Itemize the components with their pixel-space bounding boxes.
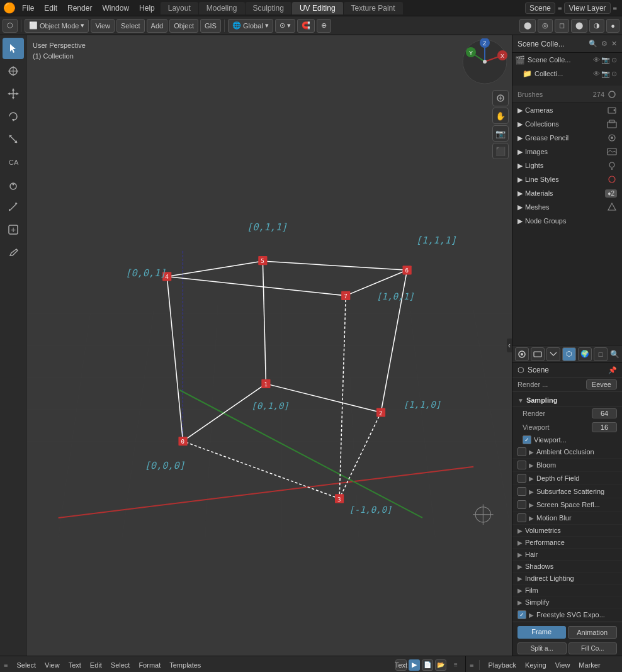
- text-run-btn[interactable]: ▶: [409, 659, 420, 671]
- shading-render-btn[interactable]: ●: [606, 19, 619, 33]
- shadows-section[interactable]: ▶ Shadows: [512, 561, 622, 573]
- outliner-collections[interactable]: ▶ Collections: [512, 117, 622, 131]
- pin-icon[interactable]: 📌: [608, 366, 617, 374]
- timeline-marker-menu[interactable]: Marker: [576, 660, 602, 670]
- motion-blur-checkbox[interactable]: [517, 513, 526, 522]
- render-samples-value[interactable]: 64: [592, 408, 617, 418]
- viewport-samples-value[interactable]: 16: [592, 422, 617, 432]
- screen-space-reflections-section[interactable]: ▶ Screen Space Refl...: [512, 498, 622, 512]
- props-tab-object[interactable]: □: [594, 347, 608, 361]
- timeline-view-menu[interactable]: View: [553, 660, 573, 670]
- props-tab-output[interactable]: [531, 347, 545, 361]
- freestyle-svg-section[interactable]: ✓ ▶ Freestyle SVG Expo...: [512, 608, 622, 622]
- depth-of-field-section[interactable]: ▶ Depth of Field: [512, 472, 622, 485]
- blender-logo-icon[interactable]: 🟠: [3, 1, 16, 15]
- overlay-btn[interactable]: ⬤: [519, 19, 536, 33]
- tool-rotate[interactable]: [3, 106, 24, 127]
- tool-move[interactable]: [3, 83, 24, 104]
- shading-solid-btn[interactable]: ⬤: [571, 19, 587, 33]
- props-tab-world[interactable]: 🌍: [578, 347, 592, 361]
- tool-transform[interactable]: CAD: [3, 151, 24, 172]
- tool-scale[interactable]: [3, 128, 24, 150]
- frame-tab[interactable]: Frame: [517, 626, 566, 639]
- outliner-collection[interactable]: 📁 Collecti... 👁📷⊙: [512, 67, 622, 81]
- sampling-section[interactable]: ▼ Sampling: [512, 395, 622, 406]
- render-engine-selector[interactable]: Eevee: [586, 379, 617, 389]
- text-open-btn[interactable]: 📂: [435, 659, 446, 671]
- outliner-images[interactable]: ▶ Images: [512, 145, 622, 159]
- outliner-materials[interactable]: ▶ Materials ♦2: [512, 186, 622, 200]
- transform-selector[interactable]: 🌐 Global ▾: [228, 19, 273, 33]
- mode-selector[interactable]: ⬜ Object Mode ▾: [25, 19, 89, 33]
- outliner-node-groups[interactable]: ▶ Node Groups: [512, 214, 622, 228]
- outliner-cameras[interactable]: ▶ Cameras: [512, 103, 622, 117]
- subsurface-checkbox[interactable]: [517, 487, 526, 496]
- editor-type-btn[interactable]: ⬡: [3, 19, 18, 33]
- motion-blur-section[interactable]: ▶ Motion Blur: [512, 512, 622, 525]
- outliner-line-styles[interactable]: ▶ Line Styles: [512, 172, 622, 186]
- tool-cursor[interactable]: [3, 60, 24, 82]
- tab-sculpting[interactable]: Sculpting: [246, 2, 291, 14]
- viewport[interactable]: User Perspective (1) Collection: [26, 35, 512, 656]
- proportional-btn[interactable]: ⊕: [317, 19, 331, 33]
- timeline-keying-menu[interactable]: Keying: [523, 660, 549, 670]
- xray-btn[interactable]: ◎: [538, 19, 553, 33]
- ambient-occlusion-checkbox[interactable]: [517, 447, 526, 456]
- depth-of-field-checkbox[interactable]: [517, 474, 526, 483]
- ssr-checkbox[interactable]: [517, 500, 526, 509]
- split-btn[interactable]: Split a...: [517, 642, 567, 654]
- view-menu[interactable]: View: [91, 19, 115, 33]
- line-wrap-btn[interactable]: ≡: [450, 659, 461, 671]
- volumetrics-section[interactable]: ▶ Volumetrics: [512, 525, 622, 537]
- view-layer-selector[interactable]: View Layer: [564, 3, 610, 14]
- film-section[interactable]: ▶ Film: [512, 585, 622, 596]
- tool-select[interactable]: [3, 38, 24, 59]
- menu-file[interactable]: File: [18, 3, 38, 14]
- select-menu[interactable]: Select: [116, 19, 145, 33]
- tool-measure[interactable]: [3, 196, 24, 218]
- orientation-gizmo[interactable]: X Y Z: [461, 38, 509, 86]
- text-select-menu[interactable]: Select: [14, 660, 38, 670]
- hair-section[interactable]: ▶ Hair: [512, 549, 622, 561]
- props-tab-render[interactable]: [515, 347, 529, 361]
- bloom-section[interactable]: ▶ Bloom: [512, 459, 622, 472]
- subsurface-scattering-section[interactable]: ▶ Subsurface Scattering: [512, 485, 622, 498]
- outliner-grease-pencil[interactable]: ▶ Grease Pencil: [512, 131, 622, 145]
- tab-texture-paint[interactable]: Texture Paint: [344, 2, 403, 14]
- bloom-checkbox[interactable]: [517, 461, 526, 469]
- simplify-section[interactable]: ▶ Simplify: [512, 596, 622, 608]
- pivot-selector[interactable]: ⊙ ▾: [275, 19, 295, 33]
- outliner-filter-btn[interactable]: ⚙: [601, 40, 608, 48]
- outliner-scene-collection[interactable]: 🎬 Scene Colle... 👁📷⊙: [512, 53, 622, 67]
- hand-btn[interactable]: ✋: [492, 108, 509, 124]
- gis-menu[interactable]: GIS: [200, 19, 221, 33]
- sidebar-toggle[interactable]: ‹: [507, 339, 512, 352]
- camera-view-btn[interactable]: 📷: [492, 125, 509, 142]
- outliner-lights[interactable]: ▶ Lights: [512, 159, 622, 172]
- props-tab-view-layer[interactable]: [546, 347, 560, 361]
- text-format-menu[interactable]: Format: [136, 660, 163, 670]
- tool-annotate[interactable]: [3, 174, 24, 195]
- animation-tab[interactable]: Animation: [568, 626, 618, 639]
- timeline-type-btn[interactable]: ≡: [470, 661, 473, 669]
- snapping-btn[interactable]: 🧲: [297, 19, 315, 33]
- fill-btn[interactable]: Fill Co...: [568, 642, 618, 654]
- tool-add[interactable]: +: [3, 219, 24, 240]
- props-search-btn[interactable]: 🔍: [609, 349, 619, 359]
- tab-layout[interactable]: Layout: [161, 2, 198, 14]
- shading-wireframe-btn[interactable]: ◻: [555, 19, 569, 33]
- add-menu[interactable]: Add: [147, 19, 168, 33]
- grid-btn[interactable]: ⬛: [492, 143, 509, 159]
- outliner-close-btn[interactable]: ✕: [611, 40, 617, 48]
- performance-section[interactable]: ▶ Performance: [512, 537, 622, 549]
- timeline-playback-menu[interactable]: Playback: [485, 660, 519, 670]
- outliner-search-btn[interactable]: 🔍: [589, 40, 597, 48]
- ambient-occlusion-section[interactable]: ▶ Ambient Occlusion: [512, 445, 622, 459]
- tab-uv-editing[interactable]: UV Editing: [292, 2, 343, 14]
- text-text-menu[interactable]: Text: [66, 660, 84, 670]
- object-menu[interactable]: Object: [169, 19, 198, 33]
- tool-draw[interactable]: [3, 242, 24, 263]
- outliner-meshes[interactable]: ▶ Meshes: [512, 200, 622, 214]
- text-view-menu[interactable]: View: [42, 660, 62, 670]
- tab-modeling[interactable]: Modeling: [199, 2, 245, 14]
